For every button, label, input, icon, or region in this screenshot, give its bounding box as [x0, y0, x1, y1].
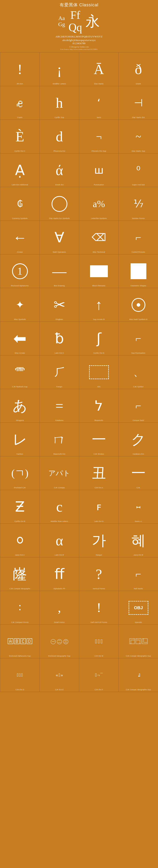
glyph-enclosed-cjk: (ㄱ) — [11, 468, 29, 478]
label-cjk-radicals: CJK Radicals Sup — [0, 386, 40, 388]
glyph-kangxi: ⺁ — [54, 367, 65, 377]
cell-modifier-row: c Modifier Row Letters — [40, 490, 79, 524]
cell-cyrillic-ext-n: ʃ Cyrillic Ext N — [79, 322, 119, 355]
glyph-kanbun: レ — [13, 432, 27, 447]
cell-compat-semi: ⌐ Compat Semi — [119, 389, 158, 423]
cell-currency: ₲ Currency Symbols — [0, 187, 40, 221]
label-sup-arrows-b: Sup Arrows B — [79, 318, 118, 320]
cell-latin-ext-d: ꜰ Latin Ext D — [79, 490, 119, 524]
label-cjk: CJK — [119, 487, 158, 489]
label-currency: Currency Symbols — [0, 217, 40, 219]
label-latin-ext-e: Latin Ext E — [40, 554, 79, 556]
cell-alphabetic-pf: ﬀ Alphabetic PF — [40, 557, 79, 591]
label-cjk-compat-ideo-sup: CJK Compat Ideographic Sup — [119, 655, 158, 657]
label-cjk-ext-d: CJK Ext D — [0, 689, 40, 691]
label-cjk-compat-ideographs: CJK Compat Ideographs — [0, 588, 40, 590]
label-diac: Diac Marks — [79, 83, 118, 85]
label-box-drawing: Box Drawing — [40, 285, 79, 287]
cell-ipa-ext: ! IPA Ext — [0, 53, 40, 86]
cell-phoenicia: d Phoenicia Ext — [40, 120, 79, 153]
glyph-arrows: ← — [13, 230, 27, 245]
label-diac-symbols: Diac Marks For Symbols — [40, 217, 79, 219]
header: 有爱黑体 Classical Aa Gg Ff Qq 永 ABCDEFGHIJK… — [0, 0, 158, 52]
label-letterlike: Letterlike Symbols — [79, 217, 118, 219]
glyph-greek: ð — [135, 62, 142, 76]
label-alphabetic-pf: Alphabetic PF — [40, 588, 79, 590]
font-title: 有爱黑体 Classical — [0, 2, 158, 8]
cell-modifier-letters: ¡ Modifier Letters — [40, 53, 79, 86]
glyph-bopomofo: ל — [95, 399, 103, 413]
glyph-misc-arrows: ⬅ — [13, 331, 27, 346]
alphabet-upper: ABCDEFGHIJKLMNOPQRSTUVWXYZ — [0, 35, 158, 39]
cell-greek: ð Greek — [119, 53, 158, 86]
label-vertical-forms: Vertical Forms — [79, 588, 118, 590]
label-super-sub: Super And Sub — [119, 184, 158, 186]
label-misc-tech: Misc Technical — [79, 251, 118, 253]
numerals: 0123456789 — [0, 42, 158, 46]
label-control-pics: Control Pictures — [119, 251, 158, 253]
glyph-latin-ext-add: Ạ — [15, 163, 25, 177]
label-hangul: Hangul — [79, 554, 118, 556]
cell-small-forms: , Small Forms — [40, 591, 79, 625]
glyph-fq: Ff Qq — [69, 9, 82, 33]
label-greek-ext: Greek Ext — [40, 184, 79, 186]
glyph-modifier-row: c — [56, 500, 63, 514]
label-kanbun: Kanbun — [0, 453, 40, 455]
label-latin-ext-add: Latin Ext Additional — [0, 184, 40, 186]
label-specials: Specials — [119, 621, 158, 623]
circle-num-glyph: 1 — [17, 265, 23, 277]
cell-cjk-ext-e: « 𫠠 » CJK Ext E — [40, 658, 79, 692]
glyph-cyrillic-sup: h — [56, 96, 63, 110]
label-hiragana: Hiragana — [0, 420, 40, 421]
label-cjk-ext-e: CJK Ext E — [40, 689, 79, 691]
glyph-sup-arrows-b: ↑ — [95, 298, 103, 312]
label-greek: Greek — [119, 83, 158, 85]
glyph-half-marks: ⌐ — [135, 569, 141, 579]
glyph-ag: Aa Gg — [58, 15, 65, 28]
label-arrows: Arrows — [0, 251, 40, 253]
glyph-kaom: ꟷ — [136, 502, 141, 512]
cell-half-full: ！ Half And Full Forms — [79, 591, 119, 625]
label-cjk-compat-ideo-sup2: CJK Compat Ideographic Sup — [119, 689, 158, 691]
cell-hangul: 가 Hangul — [79, 524, 119, 557]
label-cyrillic-ext-n: Cyrillic Ext N — [79, 352, 118, 354]
glyph-hangul: 가 — [92, 533, 106, 548]
enclosed-ideo-sup-glyphs: ㊀ ㊁ ㊂ — [50, 638, 69, 645]
glyph-hiragana: あ — [13, 399, 27, 413]
cell-cjk: 一 CJK — [119, 456, 158, 490]
label-katakana: Katakana — [40, 420, 79, 421]
header-glyph-display: Aa Gg Ff Qq 永 — [0, 8, 158, 35]
glyph-latin-ext-e: α — [56, 533, 63, 548]
label-enclosed-ideo-sup: Enclosed Ideographic Sup — [40, 655, 79, 657]
label-misc-symbols: Misc Symbols — [0, 318, 40, 320]
cell-cjk-ext-d: 𫝀 𫝁 𫝂 CJK Ext D — [0, 658, 40, 692]
cell-half-marks: ⌐ Half Marks — [119, 557, 158, 591]
cell-ids: IDS — [79, 355, 119, 389]
cell-jamo-ext-a: ᆼ Jamo Ext A — [0, 524, 40, 557]
cell-cjk-ext-b: 𠀀 𠀁 𠀂 CJK Ext B — [79, 625, 119, 658]
glyph-vertical-forms: ? — [96, 567, 102, 581]
cell-control-pics: ⌐ Control Pictures — [119, 221, 158, 254]
block-element-shape — [90, 265, 108, 277]
glyph-box-drawing: — — [52, 264, 67, 278]
glyph-ipa-ext: ! — [17, 62, 22, 76]
cell-jamo: ʻ Jamo — [79, 86, 119, 120]
cjk-compat-ideo-sup-glyphs: ⿸ ⿹ ⿺ — [129, 638, 148, 645]
label-phonetic: Phonetic Ext Sup — [79, 150, 118, 152]
glyph-cyrillic-ext-b: Ƶ — [15, 500, 25, 514]
label-sup-punct: Sup Punctuation — [119, 352, 158, 354]
glyph-cjk-radicals: ⻗ — [15, 367, 25, 377]
cell-katakana-ext: ク Katakana Ext — [119, 423, 158, 456]
glyph-math: ∀ — [54, 230, 64, 245]
cell-coptic: ꬴ Coptic — [0, 86, 40, 120]
glyph-diac-ext: ⊣ — [134, 98, 143, 108]
label-cyrillic-sup: Cyrillic Sup — [40, 117, 79, 118]
cell-cjk-strokes: ⼀ CJK Strokes — [79, 423, 119, 456]
cell-specials: OBJ Specials — [119, 591, 158, 625]
label-jamo-ext-a: Jamo Ext A — [0, 554, 40, 556]
glyph-cjk: 一 — [131, 466, 146, 480]
cell-cjk-compat-ideo-sup2: 𝅘 𝅙 𝅚 CJK Compat Ideographic Sup — [119, 658, 158, 692]
label-cyrillic-ext-b: Cyrillic Ext B — [0, 520, 40, 522]
glyph-diac-sup: ~ — [135, 131, 141, 142]
glyph-coptic: ꬴ — [17, 97, 23, 109]
